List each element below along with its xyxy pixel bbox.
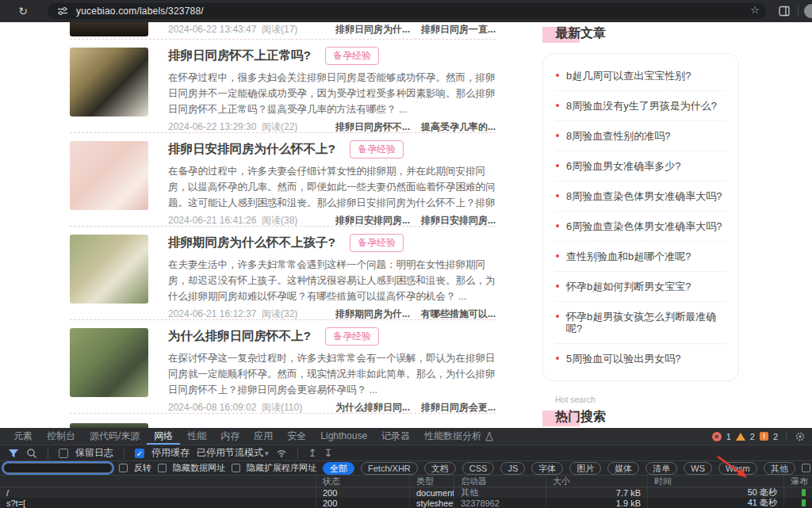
category-badge[interactable]: 备孕经验 [325, 327, 379, 346]
related-tag-link[interactable]: 为什么排卵日同... [335, 401, 410, 414]
tab-elements[interactable]: 元素 [6, 428, 40, 445]
article-thumbnail[interactable] [70, 235, 148, 304]
hide-data-urls-checkbox[interactable] [158, 464, 167, 472]
tab-memory[interactable]: 内存 [213, 428, 247, 445]
filter-funnel-icon[interactable] [8, 448, 19, 459]
related-tag-link[interactable]: 排卵日同房为什... [335, 23, 410, 36]
filter-pill-js[interactable]: JS [500, 462, 525, 475]
sidebar-article-link[interactable]: 怀孕b超如何判断男女宝宝? [556, 272, 726, 302]
blocked-cookies-checkbox[interactable] [802, 464, 810, 472]
tab-performance-insights[interactable]: 性能数据分析 [417, 428, 488, 445]
category-badge[interactable]: 备孕经验 [350, 140, 404, 159]
sidebar-article-link[interactable]: 6周验血男女准确率多少? [556, 151, 726, 181]
article-thumbnail[interactable] [70, 328, 148, 397]
tab-sources[interactable]: 源代码/来源 [82, 428, 147, 445]
reload-icon[interactable]: ↻ [16, 4, 30, 18]
tab-recorder[interactable]: 记录器 [374, 428, 417, 445]
related-tag-link[interactable]: 有哪些措施可以... [421, 307, 496, 321]
console-errors-icon[interactable]: × [712, 432, 722, 441]
network-conditions-icon[interactable] [276, 448, 287, 459]
article-title-link[interactable]: 排卵日同房怀不上正常吗? [168, 48, 311, 64]
tab-console[interactable]: 控制台 [40, 428, 82, 445]
warning-count[interactable]: 2 [750, 432, 755, 441]
request-initiator[interactable]: 其他 [454, 487, 546, 498]
related-tag-link[interactable]: 排卵日安排同房... [335, 214, 410, 227]
sidebar-article-link[interactable]: 8周验血查性别的准吗? [556, 121, 726, 151]
category-badge[interactable]: 备孕经验 [350, 234, 404, 252]
related-tag-link[interactable]: 排卵日安排同房... [421, 214, 496, 227]
tab-security[interactable]: 安全 [280, 428, 313, 445]
issues-icon[interactable]: ! [760, 432, 768, 441]
bullet-icon [556, 224, 559, 227]
related-tag-link[interactable]: 排卵期同房为什... [335, 307, 410, 321]
sidebar-article-link[interactable]: 5周验血可以验出男女吗? [556, 344, 726, 373]
filter-pill-wasm[interactable]: Wasm [718, 462, 757, 475]
filter-pill-all[interactable]: 全部 [323, 462, 354, 475]
filter-pill-fetch-xhr[interactable]: Fetch/XHR [361, 462, 418, 475]
request-name[interactable]: / [0, 487, 316, 498]
article-read-count: 阅读(22) [262, 120, 317, 134]
category-badge[interactable]: 备孕经验 [325, 47, 379, 65]
address-bar[interactable]: yucebiao.com/labels/323788/ ☆ [48, 3, 766, 19]
filter-pill-ws[interactable]: WS [684, 462, 712, 475]
related-tag-link[interactable]: 排卵日同房一直... [421, 23, 496, 36]
sidebar-article-link[interactable]: b超几周可以查出宝宝性别? [556, 61, 726, 91]
sidebar-article-link[interactable]: 8周验血查染色体男女准确率大吗? [556, 181, 726, 212]
filter-pill-other[interactable]: 其他 [764, 462, 795, 475]
hide-extension-urls-checkbox[interactable] [232, 464, 240, 472]
export-har-icon[interactable]: ↧ [324, 448, 332, 459]
article-item-partial: 2024-06-22 13:43:47 阅读(17) 排卵日同房为什... 排卵… [70, 22, 496, 40]
col-size[interactable]: 大小 [546, 476, 647, 487]
article-thumbnail[interactable] [70, 22, 148, 36]
site-info-icon[interactable] [57, 6, 68, 17]
related-tag-link[interactable]: 排卵日同房会更... [421, 401, 496, 414]
filter-pill-media[interactable]: 媒体 [607, 462, 639, 475]
related-tag-link[interactable]: 排卵日同房怀不... [335, 120, 410, 134]
col-waterfall[interactable]: 瀑布 [783, 476, 812, 487]
article-title-link[interactable]: 排卵期同房为什么怀不上孩子? [168, 235, 335, 251]
sidebar-article-link[interactable]: 6周验血查染色体男女准确率大吗? [556, 212, 726, 242]
import-har-icon[interactable]: ↥ [308, 448, 317, 459]
article-title-link[interactable]: 排卵日安排同房为什么怀不上? [168, 141, 335, 158]
throttling-dropdown[interactable]: 已停用节流模式▾ [197, 446, 269, 460]
related-tag-link[interactable]: 提高受孕几率的... [421, 120, 496, 134]
filter-pill-css[interactable]: CSS [462, 462, 495, 475]
issues-count[interactable]: 2 [773, 432, 778, 441]
settings-gear-icon[interactable] [795, 431, 806, 442]
filter-pill-manifest[interactable]: 清单 [645, 462, 677, 475]
network-request-row[interactable]: s?t=[ 200 stylesheet 32378962 1.9 kB 41 … [0, 498, 812, 508]
request-initiator[interactable]: 32378962 [454, 498, 546, 508]
col-time[interactable]: 时间 [647, 476, 783, 487]
disable-cache-checkbox[interactable]: ✓ [135, 449, 144, 458]
article-thumbnail[interactable] [70, 48, 148, 116]
col-initiator[interactable]: 启动器 [454, 476, 546, 487]
article-read-count: 阅读(17) [262, 23, 317, 36]
col-status[interactable]: 状态 [316, 476, 409, 487]
sidebar-article-link[interactable]: 查性别验血和b超哪个准呢? [556, 242, 726, 272]
error-count[interactable]: 1 [726, 432, 731, 441]
bookmark-star-icon[interactable]: ☆ [750, 4, 760, 16]
console-warnings-icon[interactable] [736, 433, 745, 441]
url-text[interactable]: yucebiao.com/labels/323788/ [76, 6, 204, 17]
tab-network[interactable]: 网络 [147, 428, 180, 445]
article-thumbnail[interactable] [70, 141, 148, 210]
preserve-log-checkbox[interactable] [59, 449, 68, 458]
filter-input[interactable] [3, 463, 113, 473]
tab-performance[interactable]: 性能 [180, 428, 213, 445]
col-name[interactable] [0, 476, 316, 487]
request-name[interactable]: s?t=[ [0, 498, 316, 508]
profile-avatar[interactable] [804, 4, 812, 18]
col-type[interactable]: 类型 [409, 476, 454, 487]
sidebar-article-link[interactable]: 怀孕b超男孩女孩怎么判断最准确呢? [556, 302, 726, 344]
network-request-row[interactable]: / 200 document 其他 7.7 kB 50 毫秒 [0, 487, 812, 498]
filter-pill-img[interactable]: 图片 [569, 462, 601, 475]
tab-application[interactable]: 应用 [247, 428, 280, 445]
invert-checkbox[interactable] [119, 464, 128, 472]
filter-pill-doc[interactable]: 文档 [424, 462, 456, 475]
article-title-link[interactable]: 为什么排卵日同房怀不上? [168, 328, 311, 345]
filter-pill-font[interactable]: 字体 [531, 462, 563, 475]
tab-lighthouse[interactable]: Lighthouse [313, 428, 374, 445]
search-icon[interactable] [26, 448, 37, 459]
side-panel-icon[interactable] [779, 6, 790, 17]
sidebar-article-link[interactable]: 8周验血没有y生了男孩是为什么? [556, 91, 726, 121]
